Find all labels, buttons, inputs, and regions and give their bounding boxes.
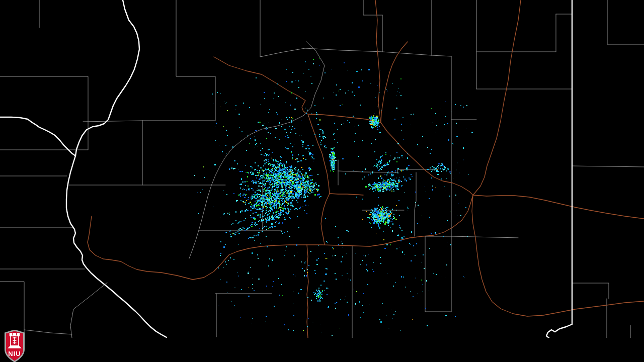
radar-map-canvas <box>0 0 644 338</box>
niu-castle-icon <box>9 333 21 348</box>
footer: KILX LONG RANGE BASE REFLECTIVITY (0.25K… <box>0 338 644 362</box>
niu-logo-text: NIU <box>8 350 21 357</box>
niu-logo[interactable]: NIU <box>4 330 25 362</box>
radar-viewer: KILX LONG RANGE BASE REFLECTIVITY (0.25K… <box>0 0 644 362</box>
